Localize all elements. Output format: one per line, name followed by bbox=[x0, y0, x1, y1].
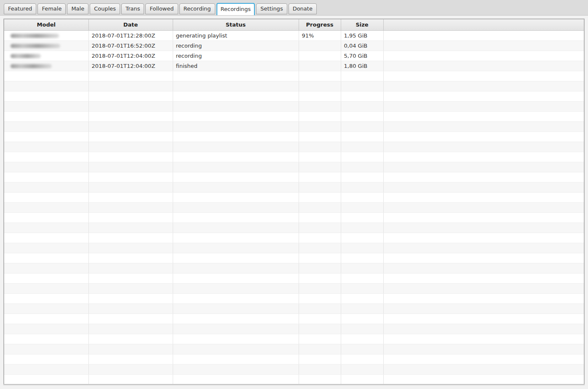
cell-date bbox=[88, 91, 173, 101]
cell-filler bbox=[383, 51, 584, 61]
table-row-empty bbox=[4, 192, 584, 202]
cell-date bbox=[88, 253, 173, 263]
cell-filler bbox=[383, 131, 584, 142]
column-header-progress[interactable]: Progress bbox=[299, 19, 341, 30]
table-row-empty bbox=[4, 263, 584, 273]
table-row[interactable]: 2018-07-01T12:28:00Zgenerating playlist9… bbox=[4, 30, 584, 40]
tab-settings[interactable]: Settings bbox=[256, 3, 287, 14]
cell-progress: 91% bbox=[299, 30, 341, 40]
cell-model bbox=[4, 243, 88, 253]
table-body: 2018-07-01T12:28:00Zgenerating playlist9… bbox=[4, 30, 584, 384]
cell-progress bbox=[299, 131, 341, 142]
table-row-empty bbox=[4, 91, 584, 101]
tab-recordings[interactable]: Recordings bbox=[216, 3, 255, 15]
cell-date bbox=[88, 192, 173, 202]
table-row-empty bbox=[4, 354, 584, 364]
cell-model bbox=[4, 233, 88, 243]
cell-filler bbox=[383, 101, 584, 111]
cell-size bbox=[341, 253, 383, 263]
column-header-model[interactable]: Model bbox=[4, 19, 88, 30]
column-header-date[interactable]: Date bbox=[88, 19, 173, 30]
cell-size bbox=[341, 223, 383, 233]
cell-model bbox=[4, 40, 88, 51]
cell-filler bbox=[383, 303, 584, 314]
cell-model bbox=[4, 162, 88, 172]
cell-date bbox=[88, 283, 173, 293]
cell-filler bbox=[383, 283, 584, 293]
cell-status bbox=[173, 91, 299, 101]
table-row[interactable]: 2018-07-01T16:52:00Zrecording0,04 GiB bbox=[4, 40, 584, 51]
cell-size bbox=[341, 324, 383, 334]
cell-progress bbox=[299, 354, 341, 364]
cell-filler bbox=[383, 40, 584, 51]
table-row-empty bbox=[4, 71, 584, 81]
cell-size: 5,70 GiB bbox=[341, 51, 383, 61]
cell-date: 2018-07-01T16:52:00Z bbox=[88, 40, 173, 51]
tab-featured[interactable]: Featured bbox=[4, 3, 36, 14]
table-row[interactable]: 2018-07-01T12:04:00Zfinished1,80 GiB bbox=[4, 61, 584, 71]
cell-status bbox=[173, 253, 299, 263]
cell-progress bbox=[299, 152, 341, 162]
column-header-size[interactable]: Size bbox=[341, 19, 383, 30]
cell-size bbox=[341, 162, 383, 172]
cell-model bbox=[4, 273, 88, 283]
cell-filler bbox=[383, 273, 584, 283]
table-row-empty bbox=[4, 121, 584, 131]
cell-model bbox=[4, 51, 88, 61]
redacted-model-name bbox=[11, 44, 60, 48]
tab-followed[interactable]: Followed bbox=[145, 3, 178, 14]
cell-size bbox=[341, 212, 383, 223]
cell-status bbox=[173, 101, 299, 111]
cell-model bbox=[4, 303, 88, 314]
cell-date bbox=[88, 202, 173, 212]
cell-status: generating playlist bbox=[173, 30, 299, 40]
cell-status bbox=[173, 273, 299, 283]
cell-date bbox=[88, 233, 173, 243]
table-row-empty bbox=[4, 101, 584, 111]
table-row-empty bbox=[4, 293, 584, 303]
cell-progress bbox=[299, 71, 341, 81]
cell-progress bbox=[299, 324, 341, 334]
cell-date bbox=[88, 263, 173, 273]
cell-filler bbox=[383, 212, 584, 223]
cell-size bbox=[341, 374, 383, 384]
cell-filler bbox=[383, 263, 584, 273]
cell-progress bbox=[299, 374, 341, 384]
cell-filler bbox=[383, 152, 584, 162]
cell-progress bbox=[299, 202, 341, 212]
cell-model bbox=[4, 354, 88, 364]
cell-progress bbox=[299, 273, 341, 283]
table-row-empty bbox=[4, 202, 584, 212]
cell-progress bbox=[299, 81, 341, 91]
cell-size bbox=[341, 283, 383, 293]
tab-recording[interactable]: Recording bbox=[179, 3, 215, 14]
cell-status bbox=[173, 81, 299, 91]
cell-filler bbox=[383, 293, 584, 303]
tab-couples[interactable]: Couples bbox=[90, 3, 120, 14]
cell-progress bbox=[299, 142, 341, 152]
cell-filler bbox=[383, 121, 584, 131]
tab-male[interactable]: Male bbox=[67, 3, 88, 14]
tab-bar: FeaturedFemaleMaleCouplesTransFollowedRe… bbox=[0, 0, 588, 16]
cell-filler bbox=[383, 81, 584, 91]
cell-status bbox=[173, 324, 299, 334]
cell-size bbox=[341, 192, 383, 202]
table-row[interactable]: 2018-07-01T12:04:00Zrecording5,70 GiB bbox=[4, 51, 584, 61]
tab-trans[interactable]: Trans bbox=[121, 3, 144, 14]
table-row-empty bbox=[4, 364, 584, 374]
cell-size bbox=[341, 364, 383, 374]
recordings-table: ModelDateStatusProgressSize 2018-07-01T1… bbox=[3, 19, 585, 385]
cell-filler bbox=[383, 162, 584, 172]
redacted-model-name bbox=[11, 54, 41, 58]
tab-female[interactable]: Female bbox=[37, 3, 66, 14]
cell-model bbox=[4, 101, 88, 111]
table-row-empty bbox=[4, 81, 584, 91]
cell-date: 2018-07-01T12:04:00Z bbox=[88, 61, 173, 71]
tab-donate[interactable]: Donate bbox=[289, 3, 317, 14]
cell-progress bbox=[299, 182, 341, 192]
cell-filler bbox=[383, 111, 584, 121]
cell-size bbox=[341, 81, 383, 91]
column-header-status[interactable]: Status bbox=[173, 19, 299, 30]
cell-progress bbox=[299, 344, 341, 354]
cell-progress bbox=[299, 334, 341, 344]
